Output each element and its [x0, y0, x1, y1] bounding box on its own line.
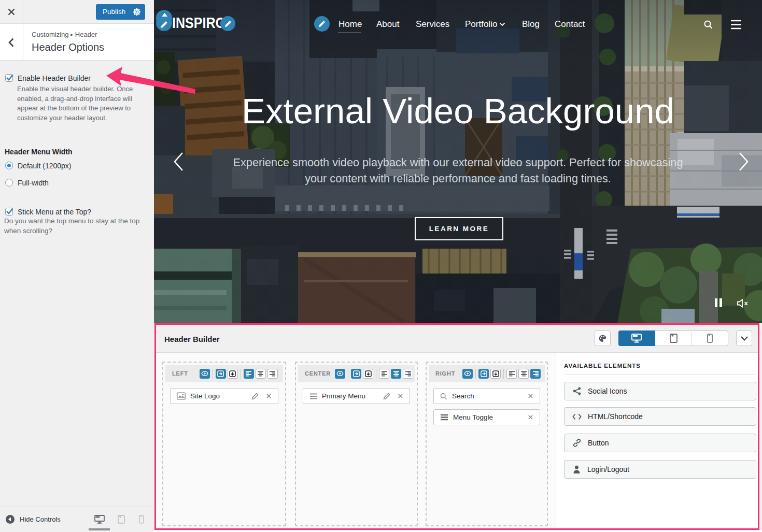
- svg-text:INSPIRO: INSPIRO: [172, 15, 225, 31]
